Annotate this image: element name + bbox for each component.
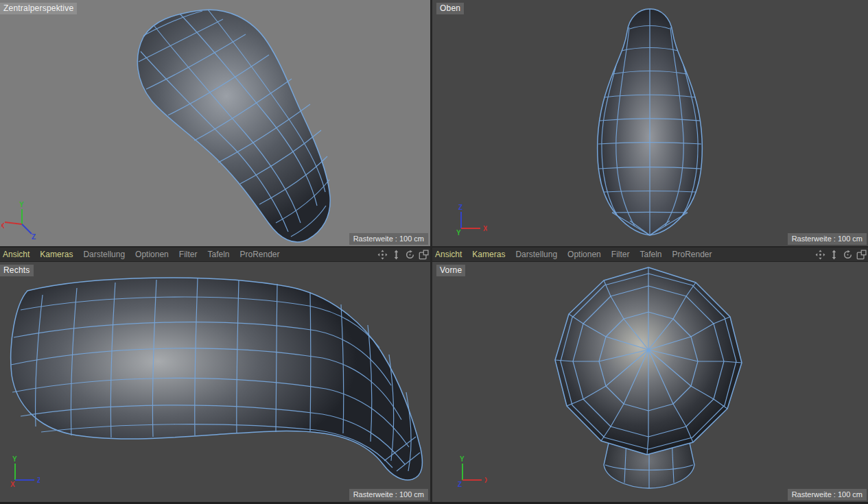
menu-tafeln[interactable]: Tafeln <box>640 250 661 259</box>
menu-kameras[interactable]: Kameras <box>472 250 505 259</box>
axis-x-label: X <box>10 481 15 488</box>
grid-size-badge: Rasterweite : 100 cm <box>349 233 428 245</box>
viewport-right-view[interactable]: Rechts Y X Z Rasterweite : 100 cm <box>0 262 430 502</box>
axis-x-label: X <box>483 225 487 232</box>
axis-y-label: Y <box>456 229 461 237</box>
axis-x-label: X <box>1 222 5 230</box>
camera-tools <box>814 249 868 260</box>
menu-ansicht[interactable]: Ansicht <box>3 250 30 259</box>
viewport-top[interactable]: Oben Z Y X Rasterweite : 100 cm <box>432 0 868 246</box>
mesh-banana-perspective[interactable] <box>0 0 430 246</box>
axis-z-label: Z <box>32 233 36 239</box>
axis-x-label: X <box>484 477 487 484</box>
axis-y-label: Y <box>19 201 24 208</box>
menu-prorender[interactable]: ProRender <box>240 250 280 259</box>
mesh-banana-top[interactable] <box>432 0 868 246</box>
axis-z-label: Z <box>37 477 40 484</box>
viewport-title-right: Rechts <box>0 265 34 276</box>
menu-filter[interactable]: Filter <box>179 250 198 259</box>
grid-size-badge: Rasterweite : 100 cm <box>349 489 428 501</box>
axis-z-label: Z <box>458 481 462 488</box>
menu-prorender[interactable]: ProRender <box>672 250 712 259</box>
menu-darstellung[interactable]: Darstellung <box>83 250 125 259</box>
viewport-title-front: Vorne <box>436 265 465 276</box>
grid-size-badge: Rasterweite : 100 cm <box>788 233 867 245</box>
menu-optionen[interactable]: Optionen <box>135 250 169 259</box>
viewport-menubar-left: Ansicht Kameras Darstellung Optionen Fil… <box>0 246 430 262</box>
menu-optionen[interactable]: Optionen <box>567 250 601 259</box>
viewport-title-top: Oben <box>436 3 464 14</box>
toggle-viewport-icon[interactable] <box>418 249 429 260</box>
rotate-camera-icon[interactable] <box>404 249 415 260</box>
viewport-menubar-right: Ansicht Kameras Darstellung Optionen Fil… <box>432 246 868 262</box>
mesh-banana-front[interactable] <box>432 262 868 502</box>
axis-gizmo-front: Y Z X <box>449 453 487 491</box>
toggle-viewport-icon[interactable] <box>856 249 867 260</box>
menu-ansicht[interactable]: Ansicht <box>435 250 462 259</box>
viewport-title-perspective: Zentralperspektive <box>0 3 77 14</box>
menu-tafeln[interactable]: Tafeln <box>207 250 229 259</box>
viewport-front[interactable]: Vorne Y Z X Rasterweite : 100 cm <box>432 262 868 502</box>
grid-size-badge: Rasterweite : 100 cm <box>788 489 867 501</box>
camera-tools <box>377 249 430 260</box>
viewport-splitter-vertical[interactable] <box>430 0 432 504</box>
c4d-window: Zentralperspektive Y X Z Rasterweite : 1… <box>0 0 868 504</box>
axis-gizmo-right: Y X Z <box>1 453 40 491</box>
axis-y-label: Y <box>12 455 17 463</box>
menu-kameras[interactable]: Kameras <box>40 250 73 259</box>
menu-items: Ansicht Kameras Darstellung Optionen Fil… <box>435 250 814 259</box>
axis-z-label: Z <box>458 204 462 211</box>
viewport-perspective[interactable]: Zentralperspektive Y X Z Rasterweite : 1… <box>0 0 430 246</box>
axis-gizmo-top: Z Y X <box>449 201 487 239</box>
axis-gizmo-perspective: Y X Z <box>1 201 40 239</box>
menu-darstellung[interactable]: Darstellung <box>515 250 557 259</box>
axis-y-label: Y <box>460 455 465 463</box>
pan-camera-icon[interactable] <box>377 249 388 260</box>
dolly-camera-icon[interactable] <box>390 249 401 260</box>
menu-filter[interactable]: Filter <box>611 250 630 259</box>
rotate-camera-icon[interactable] <box>842 249 853 260</box>
mesh-banana-right[interactable] <box>0 262 430 502</box>
dolly-camera-icon[interactable] <box>828 249 839 260</box>
pan-camera-icon[interactable] <box>814 249 825 260</box>
menu-items: Ansicht Kameras Darstellung Optionen Fil… <box>3 250 377 259</box>
